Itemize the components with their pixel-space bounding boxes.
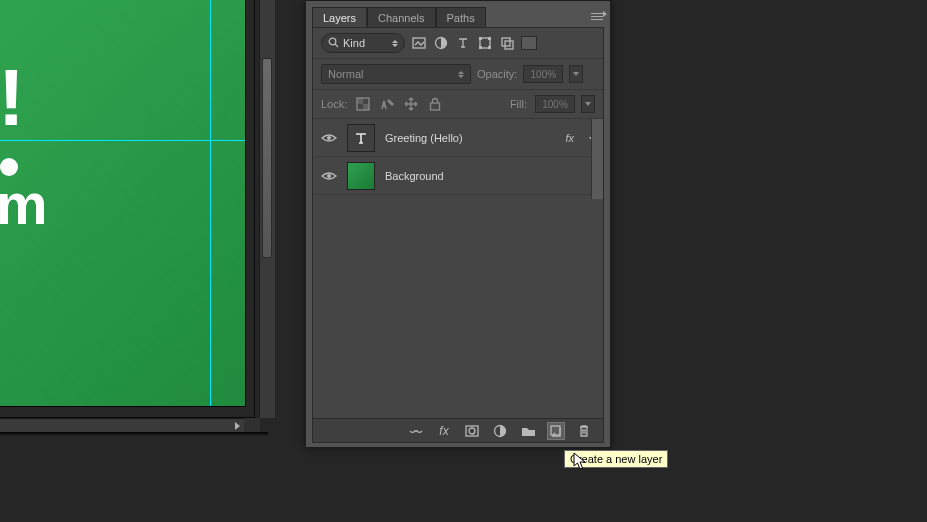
search-icon [328, 37, 339, 50]
layer-thumbnail-image[interactable] [347, 162, 375, 190]
lock-position-icon[interactable] [403, 96, 419, 112]
layer-mask-icon[interactable] [463, 422, 481, 440]
filter-toggle-switch[interactable] [521, 36, 537, 50]
dropdown-icon [458, 71, 464, 78]
lock-image-icon[interactable] [379, 96, 395, 112]
svg-point-16 [327, 174, 331, 178]
fill-label: Fill: [510, 98, 527, 110]
svg-rect-6 [488, 37, 491, 40]
document-area: ! m [0, 0, 268, 432]
layer-thumbnail-text[interactable] [347, 124, 375, 152]
opacity-stepper[interactable] [569, 65, 583, 83]
svg-point-18 [469, 428, 475, 434]
visibility-toggle-icon[interactable] [321, 130, 337, 146]
svg-rect-20 [551, 426, 560, 435]
svg-rect-10 [505, 41, 513, 49]
panel-body: Kind [312, 27, 604, 443]
opacity-label: Opacity: [477, 68, 517, 80]
visibility-toggle-icon[interactable] [321, 168, 337, 184]
layer-list-scrollbar[interactable] [591, 119, 603, 199]
opacity-value[interactable]: 100% [523, 65, 563, 83]
svg-rect-14 [431, 103, 440, 110]
layer-name[interactable]: Greeting (Hello) [385, 132, 555, 144]
adjustment-layer-icon[interactable] [491, 422, 509, 440]
svg-line-1 [335, 44, 338, 47]
layer-list: Greeting (Hello) fx Background [313, 119, 603, 418]
layer-row[interactable]: Background [313, 157, 603, 195]
blend-mode-value: Normal [328, 68, 363, 80]
fill-value[interactable]: 100% [535, 95, 575, 113]
panel-tab-row: Layers Channels Paths [312, 5, 604, 27]
filter-smartobject-icon[interactable] [499, 35, 515, 51]
lock-transparency-icon[interactable] [355, 96, 371, 112]
svg-rect-5 [479, 37, 482, 40]
tab-paths[interactable]: Paths [436, 7, 486, 27]
filter-adjustment-icon[interactable] [433, 35, 449, 51]
canvas-graphic: ! [0, 60, 25, 136]
filter-shape-icon[interactable] [477, 35, 493, 51]
filter-type-icon[interactable] [455, 35, 471, 51]
canvas[interactable]: ! m [0, 0, 246, 407]
filter-kind-label: Kind [343, 37, 365, 49]
canvas-graphic-m: m [0, 170, 48, 237]
svg-rect-12 [357, 98, 363, 104]
scroll-right-arrow-icon[interactable] [232, 421, 242, 431]
panel-footer: fx [313, 418, 603, 442]
mouse-cursor-icon [573, 452, 589, 472]
link-layers-icon[interactable] [407, 422, 425, 440]
blend-mode-select[interactable]: Normal [321, 64, 471, 84]
fill-stepper[interactable] [581, 95, 595, 113]
tab-channels[interactable]: Channels [367, 7, 435, 27]
dropdown-icon [392, 40, 398, 47]
vertical-scrollbar-thumb[interactable] [262, 58, 272, 258]
layer-fx-indicator[interactable]: fx [565, 132, 574, 144]
layer-name[interactable]: Background [385, 170, 595, 182]
document-shadow [0, 432, 268, 436]
filter-pixel-icon[interactable] [411, 35, 427, 51]
svg-point-15 [327, 136, 331, 140]
guide-horizontal[interactable] [0, 140, 245, 141]
lock-label: Lock: [321, 98, 347, 110]
svg-point-0 [329, 38, 336, 45]
layer-row[interactable]: Greeting (Hello) fx [313, 119, 603, 157]
svg-rect-8 [488, 46, 491, 49]
guide-vertical[interactable] [210, 0, 211, 406]
lock-row: Lock: Fill: 100% [313, 90, 603, 119]
filter-kind-select[interactable]: Kind [321, 33, 405, 53]
layer-style-icon[interactable]: fx [435, 422, 453, 440]
layers-panel: Layers Channels Paths Kind [305, 0, 611, 448]
canvas-graphic-dot [0, 158, 18, 176]
tab-layers[interactable]: Layers [312, 7, 367, 27]
delete-layer-icon[interactable] [575, 422, 593, 440]
svg-rect-7 [479, 46, 482, 49]
svg-rect-9 [502, 38, 510, 46]
new-group-icon[interactable] [519, 422, 537, 440]
scroll-corner [244, 418, 260, 432]
blend-row: Normal Opacity: 100% [313, 59, 603, 90]
svg-rect-13 [363, 104, 369, 110]
horizontal-scrollbar[interactable] [0, 418, 244, 432]
lock-all-icon[interactable] [427, 96, 443, 112]
layer-filter-row: Kind [313, 28, 603, 59]
panel-menu-icon[interactable] [588, 9, 606, 23]
new-layer-button[interactable] [547, 422, 565, 440]
